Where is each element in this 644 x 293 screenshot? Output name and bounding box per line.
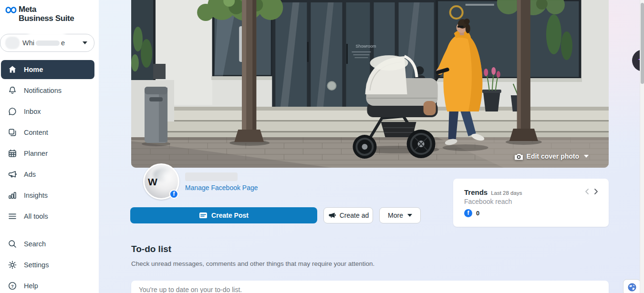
chevron-down-icon	[83, 41, 87, 44]
trends-period: Last 28 days	[491, 190, 522, 196]
search-icon	[8, 239, 17, 249]
business-name-suffix: e	[61, 39, 65, 47]
edit-cover-photo-button[interactable]: Edit cover photo	[514, 152, 589, 160]
gear-icon	[8, 260, 17, 270]
sidebar-item-label: Help	[24, 282, 38, 290]
sidebar: Meta Business Suite Whi e Home Notificat…	[0, 0, 99, 293]
svg-text:?: ?	[11, 283, 14, 289]
camera-icon	[514, 153, 523, 160]
sidebar-item-label: Planner	[24, 150, 48, 157]
page-avatar[interactable]: W f	[143, 163, 179, 200]
brand-name: Meta Business Suite	[19, 5, 74, 23]
sidebar-item-label: Notifications	[24, 87, 62, 94]
todo-list-heading: To-do list	[131, 244, 171, 254]
create-ad-label: Create ad	[340, 212, 369, 219]
sidebar-item-notifications[interactable]: Notifications	[1, 81, 94, 100]
todo-list-description: Check unread messages, comments and othe…	[131, 260, 374, 267]
sidebar-item-label: Home	[24, 66, 43, 73]
sidebar-item-label: Ads	[24, 171, 36, 178]
trends-card: Trends Last 28 days Facebook reach f 0	[453, 179, 609, 227]
help-icon: ?	[8, 281, 17, 291]
create-post-button[interactable]: Create Post	[130, 207, 317, 223]
menu-lines-icon	[8, 212, 17, 221]
chat-bubble-icon	[8, 107, 17, 116]
svg-text:Showroom: Showroom	[355, 44, 376, 49]
create-post-label: Create Post	[211, 212, 249, 219]
create-ad-button[interactable]: Create ad	[323, 207, 373, 223]
page-name-blurred	[185, 172, 238, 181]
sidebar-item-all-tools[interactable]: All tools	[1, 207, 94, 226]
sidebar-item-label: Content	[24, 129, 48, 136]
megaphone-icon	[328, 211, 336, 220]
blur-smudge	[28, 30, 65, 38]
todo-empty-state: You're up to date on your to-do list.	[139, 286, 242, 293]
meta-business-suite-app: Meta Business Suite Whi e Home Notificat…	[0, 0, 644, 293]
business-name-blurred	[36, 40, 60, 46]
sidebar-item-label: All tools	[24, 212, 48, 220]
todo-list-card: You're up to date on your to-do list.	[131, 281, 609, 293]
sidebar-item-label: Insights	[24, 192, 48, 199]
sidebar-item-label: Inbox	[24, 108, 41, 115]
content-pages-icon	[8, 128, 17, 137]
nav-section-gap	[0, 228, 99, 234]
sidebar-item-insights[interactable]: Insights	[1, 186, 94, 205]
sidebar-item-planner[interactable]: Planner	[1, 144, 94, 163]
trends-title: Trends	[464, 188, 488, 196]
more-label: More	[388, 212, 403, 219]
sidebar-nav: Home Notifications Inbox Content Planner…	[0, 60, 99, 293]
business-name-prefix: Whi	[22, 39, 34, 47]
business-avatar-blurred	[5, 37, 20, 49]
language-selector-button[interactable]	[623, 279, 641, 293]
page-scrollbar[interactable]	[640, 0, 644, 293]
chevron-left-icon[interactable]	[585, 188, 589, 195]
facebook-icon: f	[464, 209, 472, 217]
trends-metric-label: Facebook reach	[464, 198, 598, 205]
business-switcher-dropdown[interactable]: Whi e	[0, 34, 94, 52]
calendar-icon	[8, 149, 17, 158]
sidebar-item-content[interactable]: Content	[1, 123, 94, 142]
bell-icon	[8, 86, 17, 95]
sidebar-item-ads[interactable]: Ads	[1, 165, 94, 184]
megaphone-icon	[8, 170, 17, 179]
sidebar-item-help[interactable]: ? Help	[1, 276, 94, 293]
chevron-down-icon	[407, 214, 412, 217]
cover-photo-scene: Showroom	[131, 0, 609, 168]
chevron-down-icon	[584, 155, 589, 158]
sidebar-item-label: Search	[24, 240, 46, 248]
action-button-row: Create Post Create ad More	[130, 207, 421, 223]
sidebar-item-inbox[interactable]: Inbox	[1, 102, 94, 121]
meta-infinity-icon	[5, 6, 17, 14]
edit-cover-photo-label: Edit cover photo	[527, 152, 579, 160]
globe-icon	[627, 283, 637, 292]
sidebar-item-settings[interactable]: Settings	[1, 255, 94, 274]
more-button[interactable]: More	[379, 207, 421, 223]
cover-photo: Showroom	[131, 0, 609, 168]
post-icon	[199, 211, 208, 220]
bar-chart-icon	[8, 191, 17, 200]
manage-facebook-page-link[interactable]: Manage Facebook Page	[185, 184, 258, 192]
meta-logo[interactable]: Meta Business Suite	[5, 5, 74, 23]
sidebar-item-home[interactable]: Home	[1, 60, 94, 79]
chevron-right-icon[interactable]	[594, 188, 598, 195]
scrollbar-thumb[interactable]	[641, 3, 644, 84]
trends-facebook-value: 0	[476, 210, 479, 217]
facebook-icon: f	[169, 190, 178, 199]
sidebar-item-label: Settings	[24, 261, 49, 269]
avatar-letter: W	[148, 176, 157, 188]
sidebar-item-search[interactable]: Search	[1, 234, 94, 253]
home-icon	[8, 65, 17, 74]
